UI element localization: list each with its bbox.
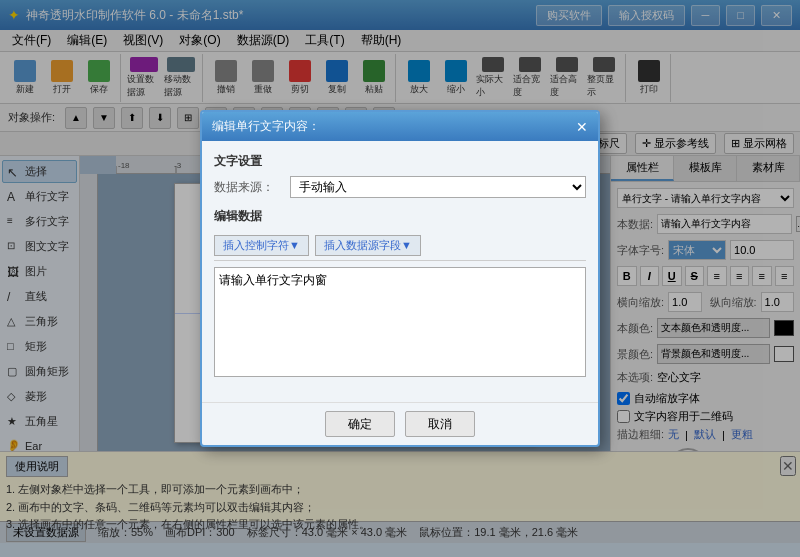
dialog: 编辑单行文字内容： ✕ 文字设置 数据来源： 手动输入 编辑数据 插入控制字符▼… <box>200 110 600 447</box>
dialog-title: 编辑单行文字内容： <box>212 118 320 135</box>
dlg-edit-data: 编辑数据 插入控制字符▼ 插入数据源字段▼ 请输入单行文字内窗 <box>214 208 586 380</box>
dlg-edit-data-title: 编辑数据 <box>214 208 586 225</box>
insert-control-btn[interactable]: 插入控制字符▼ <box>214 235 309 256</box>
dlg-data-source-label: 数据来源： <box>214 179 284 196</box>
dialog-body: 文字设置 数据来源： 手动输入 编辑数据 插入控制字符▼ 插入数据源字段▼ 请输… <box>202 141 598 402</box>
dlg-data-source-row: 数据来源： 手动输入 <box>214 176 586 198</box>
dlg-textarea-wrapper: 请输入单行文字内窗 <box>214 267 586 380</box>
dlg-confirm-btn[interactable]: 确定 <box>325 411 395 437</box>
dialog-overlay: 编辑单行文字内容： ✕ 文字设置 数据来源： 手动输入 编辑数据 插入控制字符▼… <box>0 0 800 557</box>
dlg-text-settings: 文字设置 数据来源： 手动输入 <box>214 153 586 198</box>
dialog-title-bar: 编辑单行文字内容： ✕ <box>202 112 598 141</box>
dlg-content-input[interactable]: 请输入单行文字内窗 <box>214 267 586 377</box>
dialog-close-btn[interactable]: ✕ <box>576 119 588 135</box>
insert-field-btn[interactable]: 插入数据源字段▼ <box>315 235 421 256</box>
dlg-cancel-btn[interactable]: 取消 <box>405 411 475 437</box>
dlg-data-source-select[interactable]: 手动输入 <box>290 176 586 198</box>
dlg-text-settings-title: 文字设置 <box>214 153 586 170</box>
dlg-footer: 确定 取消 <box>202 402 598 445</box>
dlg-toolbar: 插入控制字符▼ 插入数据源字段▼ <box>214 231 586 261</box>
